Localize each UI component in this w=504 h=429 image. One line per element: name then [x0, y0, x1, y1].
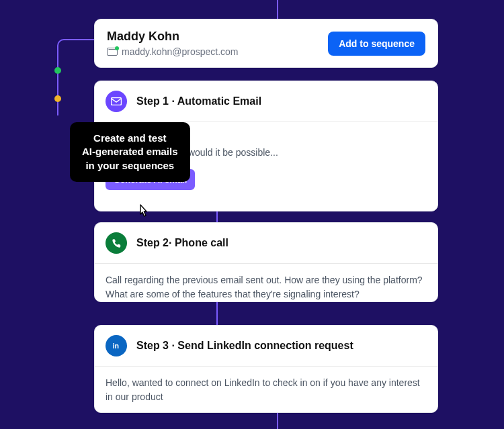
svg-rect-0: [112, 98, 122, 105]
step-title: Step 2· Phone call: [136, 237, 228, 249]
timeline-dot-green: [54, 67, 61, 74]
contact-card: Maddy Kohn maddy.kohn@prospect.com Add t…: [94, 19, 438, 68]
step-title: Step 1 · Automatic Email: [136, 95, 261, 107]
contact-email-row: maddy.kohn@prospect.com: [107, 46, 238, 57]
branch-line: [57, 39, 95, 115]
contact-name: Maddy Kohn: [107, 30, 238, 44]
email-icon: [106, 91, 127, 112]
phone-icon: [106, 232, 127, 254]
connector-line: [277, 413, 278, 429]
pointer-cursor-icon: [136, 203, 150, 218]
linkedin-icon: in: [106, 335, 127, 356]
step-title: Step 3 · Send LinkedIn connection reques…: [136, 340, 353, 352]
step-card-2: Step 2· Phone call Call regarding the pr…: [94, 222, 438, 302]
svg-text:in: in: [113, 342, 119, 350]
timeline-dot-yellow: [54, 95, 61, 102]
tooltip-line: in your sequences: [82, 159, 178, 173]
tooltip-line: Create and test: [82, 132, 178, 145]
step-card-3: in Step 3 · Send LinkedIn connection req…: [94, 325, 438, 413]
tooltip-line: AI-generated emails: [82, 145, 178, 158]
connector-line: [216, 211, 218, 222]
mail-status-icon: [107, 48, 118, 56]
add-to-sequence-button[interactable]: Add to sequence: [328, 32, 425, 56]
step-body: Hello, wanted to connect on LinkedIn to …: [95, 367, 437, 414]
ai-email-tooltip: Create and test AI-generated emails in y…: [70, 122, 190, 182]
contact-email: maddy.kohn@prospect.com: [122, 46, 238, 57]
step-body: Call regarding the previous email sent o…: [95, 264, 437, 311]
connector-line: [277, 0, 278, 19]
